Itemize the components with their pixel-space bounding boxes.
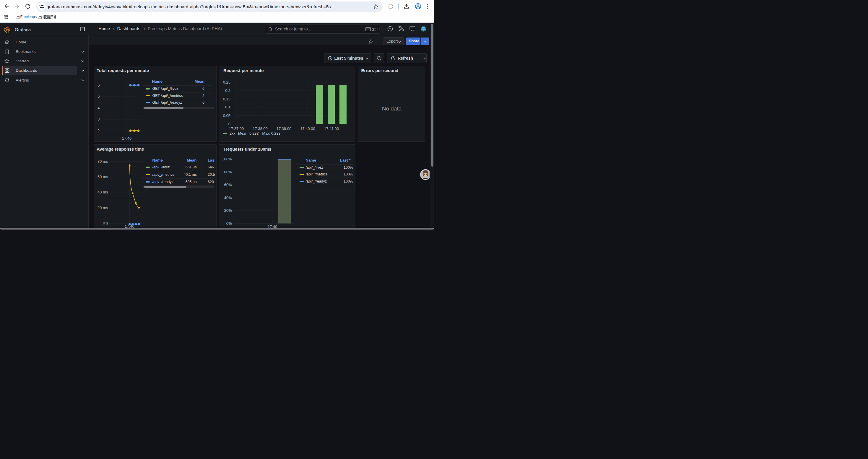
- svg-text:2: 2: [97, 129, 99, 133]
- svg-text:80 ms: 80 ms: [97, 159, 108, 164]
- svg-text:17:38:00: 17:38:00: [253, 126, 268, 131]
- svg-text:3: 3: [97, 117, 99, 121]
- svg-text:17:40:00: 17:40:00: [300, 126, 315, 131]
- svg-text:0.05: 0.05: [223, 113, 230, 118]
- svg-text:100%: 100%: [222, 157, 232, 161]
- svg-text:17:39:00: 17:39:00: [277, 126, 291, 131]
- svg-text:6: 6: [97, 83, 99, 88]
- svg-text:40%: 40%: [224, 196, 231, 200]
- svg-text:0.1: 0.1: [225, 105, 230, 109]
- svg-text:0%: 0%: [226, 221, 232, 226]
- svg-text:20%: 20%: [224, 208, 231, 213]
- svg-text:40 ms: 40 ms: [97, 190, 108, 194]
- svg-text:0 s: 0 s: [103, 221, 108, 225]
- svg-text:0: 0: [228, 122, 230, 126]
- svg-text:17:40: 17:40: [122, 136, 132, 140]
- svg-text:17:41:00: 17:41:00: [324, 126, 339, 131]
- svg-text:?: ?: [389, 27, 391, 30]
- svg-text:5: 5: [97, 94, 99, 99]
- svg-text:80%: 80%: [224, 170, 231, 174]
- svg-text:0.2: 0.2: [225, 88, 230, 93]
- svg-text:4: 4: [97, 106, 99, 110]
- svg-text:17:37:00: 17:37:00: [229, 126, 244, 131]
- svg-text:0.25: 0.25: [223, 80, 230, 85]
- svg-text:0.15: 0.15: [223, 97, 230, 101]
- svg-text:20 ms: 20 ms: [97, 205, 108, 210]
- svg-text:60 ms: 60 ms: [97, 174, 108, 179]
- svg-text:60%: 60%: [224, 183, 231, 187]
